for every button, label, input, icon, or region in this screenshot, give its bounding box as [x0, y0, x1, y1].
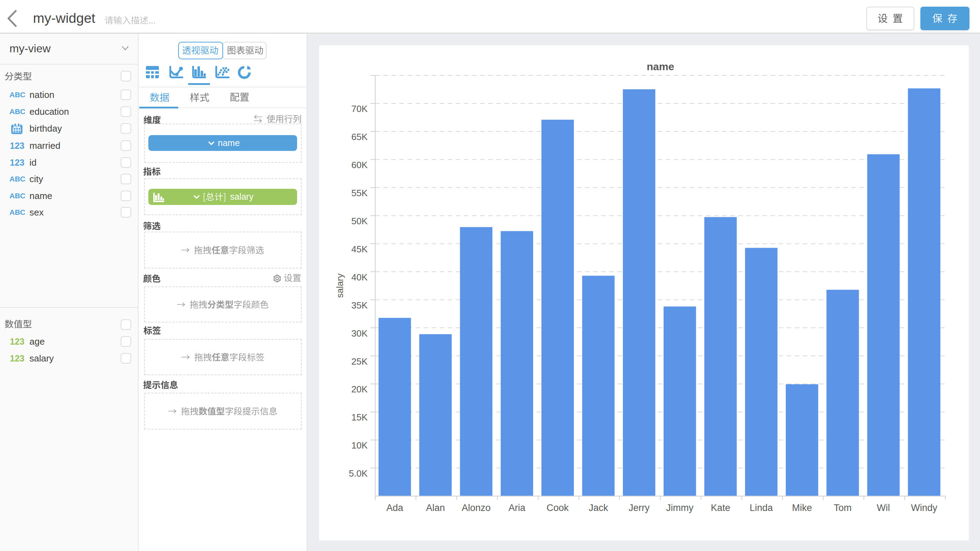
svg-text:salary: salary: [335, 273, 345, 298]
svg-text:Cook: Cook: [546, 503, 569, 513]
svg-text:55K: 55K: [352, 188, 368, 198]
svg-text:30K: 30K: [352, 328, 368, 339]
svg-text:15K: 15K: [352, 412, 368, 422]
svg-text:70K: 70K: [352, 104, 368, 114]
svg-text:Aria: Aria: [509, 503, 526, 513]
svg-text:Jack: Jack: [589, 503, 608, 513]
svg-text:35K: 35K: [352, 300, 368, 311]
svg-text:Ada: Ada: [386, 503, 403, 513]
svg-text:Alonzo: Alonzo: [461, 503, 491, 513]
svg-text:Linda: Linda: [749, 503, 773, 513]
svg-text:Mike: Mike: [792, 503, 812, 513]
svg-text:45K: 45K: [352, 244, 368, 255]
svg-text:50K: 50K: [352, 216, 368, 226]
svg-text:name: name: [647, 61, 674, 72]
svg-text:25K: 25K: [352, 356, 368, 367]
svg-text:60K: 60K: [352, 160, 368, 170]
svg-text:20K: 20K: [352, 384, 368, 395]
svg-text:Kate: Kate: [711, 503, 730, 513]
svg-text:40K: 40K: [352, 272, 368, 282]
svg-text:10K: 10K: [352, 440, 368, 451]
svg-text:Tom: Tom: [834, 503, 852, 513]
svg-text:Jerry: Jerry: [628, 503, 649, 513]
svg-text:Alan: Alan: [426, 503, 445, 513]
svg-text:Wil: Wil: [877, 503, 890, 513]
svg-text:5.0K: 5.0K: [349, 468, 368, 479]
svg-text:65K: 65K: [352, 132, 368, 142]
svg-text:Windy: Windy: [911, 503, 937, 513]
svg-text:Jimmy: Jimmy: [666, 503, 694, 513]
